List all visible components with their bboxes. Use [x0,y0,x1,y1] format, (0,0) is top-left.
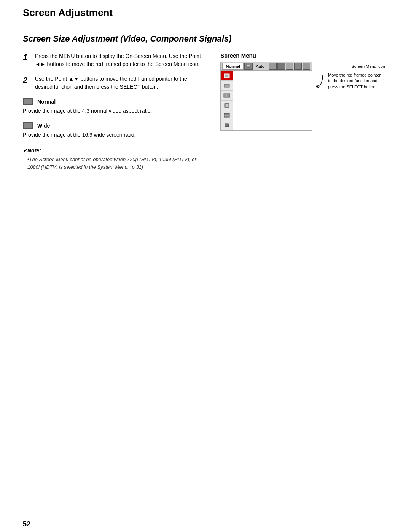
menu-body [221,71,312,130]
annotation-text: Move the red framed pointer to the desir… [328,72,385,90]
menu-diagram: Normal Auto [220,62,312,131]
step-2-number: 2 [23,75,31,91]
normal-mode-label: Normal [37,99,56,105]
page-header: Screen Adjustment [0,0,411,22]
page-number: 52 [23,520,30,528]
toolbar-icon-1 [244,63,253,70]
toolbar-icon-3 [277,63,285,70]
wide-mode-icon [23,122,33,129]
menu-icons-col [221,71,233,130]
menu-row-3 [221,91,233,101]
normal-mode-icon [23,98,33,105]
step-1-number: 1 [23,52,31,68]
auto-button: Auto [253,63,267,69]
screen-menu-area: Normal Auto [220,62,388,131]
note-section: ✔Note: •The Screen Menu cannot be operat… [23,147,205,171]
annotation-wrapper: Screen Menu icon Move the red framed poi… [312,62,388,95]
pointer-arrow-svg [315,73,327,92]
normal-mode-item: Normal [23,98,205,105]
step-2-text: Use the Point ▲▼ buttons to move the red… [35,75,205,91]
page-content: Screen Size Adjustment (Video, Component… [0,22,411,193]
right-column: Screen Menu Normal Auto [220,52,388,131]
menu-row-2 [221,81,233,91]
wide-mode-label: Wide [37,123,50,129]
screen-menu-icon-label: Screen Menu icon [315,64,385,69]
svg-rect-4 [224,84,229,87]
menu-row-1 [221,71,233,81]
section-title: Screen Size Adjustment (Video, Component… [23,34,388,44]
annotation-pointer: Move the red framed pointer to the desir… [315,72,385,93]
menu-row-5 [221,110,233,120]
page-title: Screen Adjustment [23,7,113,18]
toolbar-icon-2 [269,63,277,70]
note-title: ✔Note: [23,147,205,153]
pointer-text [315,73,327,93]
wide-mode-item: Wide [23,122,205,129]
page-footer: 52 [0,516,411,532]
toolbar-right-icons [269,63,310,70]
toolbar-icon-4 [286,63,293,70]
toolbar-icon-5 [294,63,302,70]
svg-rect-11 [225,124,229,127]
normal-mode-desc: Provide the image at the 4:3 normal vide… [23,107,205,115]
wide-mode-icon-inner [24,123,32,128]
two-col-layout: 1 Press the MENU button to display the O… [23,52,388,171]
screen-menu-title: Screen Menu [220,52,388,59]
step-1-text: Press the MENU button to display the On-… [35,52,205,68]
toolbar-icon-6 [303,63,310,70]
svg-rect-1 [248,66,250,67]
normal-button: Normal [222,63,244,70]
step-2: 2 Use the Point ▲▼ buttons to move the r… [23,75,205,91]
step-1: 1 Press the MENU button to display the O… [23,52,205,68]
svg-rect-8 [226,104,228,107]
normal-mode-icon-inner [24,99,32,104]
menu-toolbar: Normal Auto [221,62,312,71]
left-column: 1 Press the MENU button to display the O… [23,52,205,171]
wide-mode-desc: Provide the image at the 16:9 wide scree… [23,131,205,139]
svg-rect-3 [225,75,228,77]
menu-row-6 [221,120,233,130]
menu-row-4 [221,101,233,110]
note-text: •The Screen Menu cannot be operated when… [23,156,205,171]
